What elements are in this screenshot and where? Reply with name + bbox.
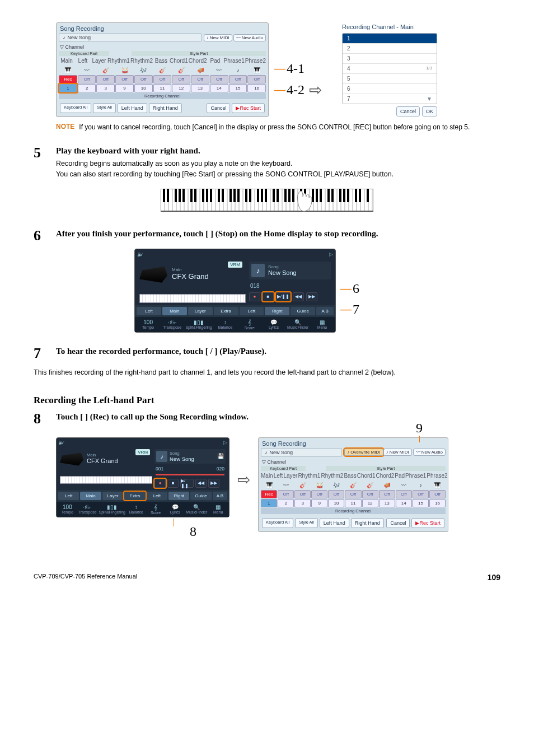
cancel-button-2[interactable]: Cancel <box>386 518 410 528</box>
voice-name: CFX Grand <box>172 272 209 281</box>
style-part-header: Style Part <box>132 51 266 56</box>
new-midi-button[interactable]: ♪ New MIDI <box>204 34 232 41</box>
svg-rect-61 <box>182 189 185 202</box>
style-all-button-2[interactable]: Style All <box>295 518 318 528</box>
style-all-button[interactable]: Style All <box>93 103 116 113</box>
svg-rect-57 <box>163 189 165 202</box>
new-audio-button-2[interactable]: 〰 New Audio <box>413 449 446 456</box>
svg-rect-87 <box>327 189 330 202</box>
left-hand-button-2[interactable]: Left Hand <box>320 518 349 528</box>
keyboard-all-button-2[interactable]: Keyboard All <box>262 518 293 528</box>
svg-rect-79 <box>284 189 287 202</box>
chan-ok-button[interactable]: OK <box>422 106 437 116</box>
vrm-badge: VRM <box>228 262 242 268</box>
save-icon[interactable]: 💾 <box>217 453 224 459</box>
svg-rect-93 <box>359 189 361 202</box>
recording-channel-label: Recording Channel <box>59 93 266 99</box>
callout-8: 8 <box>157 524 229 539</box>
pull-right-icon[interactable]: ▷ <box>329 251 333 257</box>
record-button-2[interactable]: ● <box>154 479 166 488</box>
channel-number-row[interactable]: 1 23 91011 121314 1516 <box>57 84 268 92</box>
harmonica-icon: 〰 <box>78 66 96 75</box>
step-6-head: After you finish your performance, touch… <box>56 228 378 240</box>
svg-rect-62 <box>190 189 193 202</box>
rec-start-button-2[interactable]: ▶Rec Start <box>411 518 444 528</box>
svg-rect-67 <box>218 189 220 202</box>
svg-rect-81 <box>292 189 294 202</box>
note-icon: ♪ <box>63 35 65 40</box>
rec-off-row[interactable]: RecOffOff OffOffOff OffOffOff OffOff <box>57 75 268 83</box>
phrase2-icon: 🎹 <box>247 66 266 75</box>
musicfinder-icon: 🔍 <box>287 319 309 325</box>
part-icon-row: 🎹〰🎸 🥁🎶🎸 🎸🪗〰 ♪🎹 <box>57 66 268 75</box>
drum-icon: 🥁 <box>115 66 134 75</box>
channel-toggle[interactable]: ▽ Channel <box>57 43 268 51</box>
transpose-icon: ·♯♭· <box>161 319 183 325</box>
right-hand-button-2[interactable]: Right Hand <box>351 518 384 528</box>
keyboard-part-header: Keyboard Part <box>59 51 109 56</box>
recording-channel-list[interactable]: 1 2 3 41/3 5 6 7▼ <box>342 33 437 104</box>
step-8-head: Touch [ ] (Rec) to call up the Song Reco… <box>56 412 249 423</box>
score-icon: 𝄞 <box>238 319 260 326</box>
arrow-right-icon: ⇨ <box>309 81 322 99</box>
rewind-button[interactable]: ◀◀ <box>293 292 304 301</box>
pad-icon: 〰 <box>210 66 228 75</box>
transport-bar: ● ■ ▶/❚❚ ◀◀ ▶▶ <box>249 292 331 301</box>
keyboard-all-button[interactable]: Keyboard All <box>60 103 91 113</box>
stop-button[interactable]: ■ <box>263 292 274 301</box>
extra-tab-highlighted[interactable]: Extra <box>124 492 145 500</box>
chan-cancel-button[interactable]: Cancel <box>396 106 420 116</box>
svg-rect-73 <box>249 189 251 202</box>
note-text: If you want to cancel recording, touch [… <box>79 123 470 132</box>
svg-rect-72 <box>245 189 247 202</box>
step-7-body: This finishes recording of the right-han… <box>34 367 500 378</box>
menu-icon: ▦ <box>311 319 333 325</box>
svg-rect-59 <box>175 189 177 202</box>
forward-button-2[interactable]: ▶▶ <box>208 479 219 488</box>
split-icon: ▮▯▮ <box>185 319 212 325</box>
cancel-button[interactable]: Cancel <box>207 103 230 113</box>
svg-rect-88 <box>331 189 334 202</box>
keyboard-illustration <box>161 189 373 215</box>
svg-rect-80 <box>288 189 291 202</box>
stop-button-2[interactable]: ■ <box>167 479 179 488</box>
rewind-button-2[interactable]: ◀◀ <box>195 479 207 488</box>
play-pause-button-2[interactable]: ▶/❚❚ <box>180 479 194 488</box>
song-recording-window-1: Song Recording ♪ New Song ♪ New MIDI 〰 N… <box>56 22 269 117</box>
right-hand-button[interactable]: Right Hand <box>149 103 182 113</box>
left-hand-button[interactable]: Left Hand <box>118 103 147 113</box>
svg-rect-90 <box>343 189 345 202</box>
balance-icon: ↕ <box>214 319 236 325</box>
voice-main-label: Main <box>172 267 209 272</box>
menu-strip[interactable]: 100Tempo ·♯♭·Transpose ▮▯▮Split&Fingerin… <box>135 317 335 332</box>
lyrics-icon: 💬 <box>263 319 284 325</box>
pull-right-icon-2[interactable]: ▷ <box>223 440 227 445</box>
play-pause-button[interactable]: ▶/❚❚ <box>276 292 291 301</box>
note-label: NOTE <box>56 123 74 132</box>
step-7-number: 7 <box>34 346 56 361</box>
callout-4-1: 4-1 <box>287 61 305 76</box>
svg-rect-76 <box>265 189 267 202</box>
forward-button[interactable]: ▶▶ <box>306 292 317 301</box>
guitar2-icon: 🎸 <box>172 66 190 75</box>
piano-icon: 🎹 <box>59 66 77 75</box>
home-display-1: 🔈̷ ▷ VRM Main CFX Grand ♪ <box>134 249 336 333</box>
part-tab-strip[interactable]: LeftMainLayer ExtraLeftRightGuideA B <box>135 305 335 317</box>
song-recording-window-2: Song Recording ♪New Song ♪ Overwrite MID… <box>258 437 448 532</box>
home-display-2: 🔈̷ ▷ VRM Main CFX Grand <box>56 437 229 517</box>
rec-start-button[interactable]: ▶Rec Start <box>232 103 265 113</box>
overwrite-midi-button[interactable]: ♪ Overwrite MIDI <box>344 449 383 456</box>
new-midi-button-2[interactable]: ♪ New MIDI <box>383 449 412 456</box>
perc-icon: 🎶 <box>134 66 153 75</box>
song-label: Song <box>268 264 297 269</box>
counter: 018 <box>250 283 330 289</box>
svg-rect-75 <box>261 189 263 202</box>
record-button[interactable]: ● <box>249 292 260 301</box>
piano-image-2 <box>60 451 83 466</box>
new-audio-button[interactable]: 〰 New Audio <box>233 34 266 41</box>
svg-rect-77 <box>273 189 275 202</box>
svg-rect-74 <box>257 189 259 202</box>
chevron-down-icon[interactable]: ▼ <box>427 96 432 102</box>
speaker-off-icon-2: 🔈̷ <box>58 440 64 445</box>
vrm-badge-2: VRM <box>135 449 150 455</box>
